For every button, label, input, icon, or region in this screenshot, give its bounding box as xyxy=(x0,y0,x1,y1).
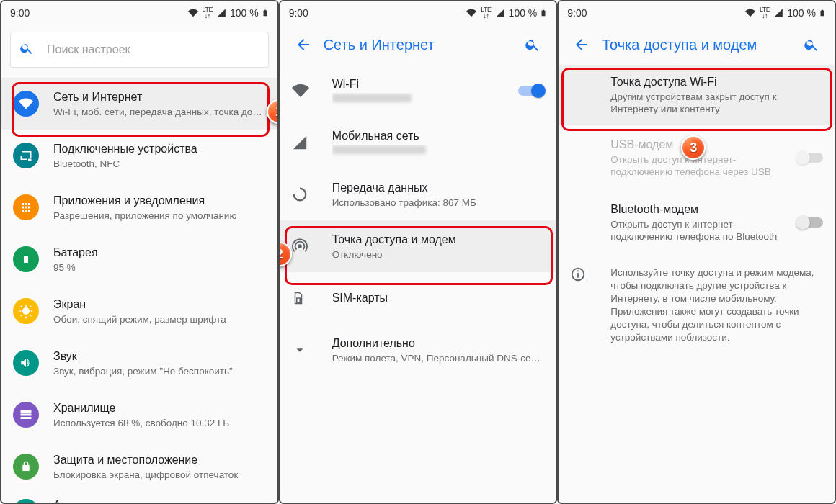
item-subtitle xyxy=(332,93,513,105)
bluetooth-switch[interactable] xyxy=(797,217,823,228)
item-subtitle: Обои, спящий режим, размер шрифта xyxy=(53,313,266,325)
info-text: Используйте точку доступа и режим модема… xyxy=(559,255,835,353)
item-wifi-hotspot[interactable]: Точка доступа Wi-Fi Другим устройствам з… xyxy=(559,65,835,125)
status-time: 9:00 xyxy=(289,7,466,19)
item-advanced[interactable]: Дополнительно Режим полета, VPN, Персона… xyxy=(280,324,556,376)
page-title: Точка доступа и модем xyxy=(599,37,794,53)
screenshot-settings-main: 9:00 LTE↓↑ 100 % Поиск настроек Сеть и И… xyxy=(0,0,279,504)
info-icon xyxy=(570,266,610,344)
status-bar: 9:00 LTE↓↑ 100 % xyxy=(559,1,835,24)
item-title: Батарея xyxy=(53,246,266,260)
usb-switch xyxy=(797,153,823,163)
item-subtitle: Разрешения, приложения по умолчанию xyxy=(53,210,266,222)
battery-icon xyxy=(13,246,39,272)
item-subtitle: Звук, вибрация, режим "Не беспокоить" xyxy=(53,365,266,377)
item-accounts[interactable]: Аккаунты xyxy=(1,492,277,504)
sim-icon xyxy=(292,290,332,306)
wifi-icon xyxy=(744,8,757,18)
item-battery[interactable]: Батарея 95 % xyxy=(1,233,277,285)
item-sim-cards[interactable]: SIM-карты xyxy=(280,272,556,324)
item-bluetooth-tethering[interactable]: Bluetooth-модем Открыть доступ к интерне… xyxy=(559,190,835,255)
info-body: Используйте точку доступа и режим модема… xyxy=(610,266,823,344)
item-wifi[interactable]: Wi-Fi xyxy=(280,65,556,117)
search-button[interactable] xyxy=(794,27,829,62)
item-title: Звук xyxy=(53,349,266,364)
item-subtitle: Использовано трафика: 867 МБ xyxy=(332,197,545,209)
item-title: Сеть и Интернет xyxy=(53,90,266,104)
lock-icon xyxy=(13,454,39,480)
data-usage-icon xyxy=(292,186,332,202)
screenshot-network-internet: 9:00 LTE↓↑ 100 % Сеть и Интернет Wi-Fi xyxy=(279,0,558,504)
item-sound[interactable]: Звук Звук, вибрация, режим "Не беспокоит… xyxy=(1,337,277,389)
wifi-icon xyxy=(465,8,478,18)
item-title: Дополнительно xyxy=(332,336,545,351)
item-subtitle: Используется 68 %, свободно 10,32 ГБ xyxy=(53,417,266,429)
devices-icon xyxy=(13,143,39,168)
svg-rect-2 xyxy=(577,273,579,277)
item-subtitle: Режим полета, VPN, Персональный DNS-серв… xyxy=(332,352,545,364)
item-title: Bluetooth-модем xyxy=(610,202,791,217)
svg-point-0 xyxy=(298,245,301,248)
item-title: Wi-Fi xyxy=(332,77,513,91)
item-title: Точка доступа Wi-Fi xyxy=(610,75,823,89)
item-subtitle xyxy=(332,145,545,157)
page-title: Сеть и Интернет xyxy=(321,37,516,53)
battery-text: 100 % xyxy=(230,7,259,19)
status-time: 9:00 xyxy=(567,7,744,19)
item-security-location[interactable]: Защита и местоположение Блокировка экран… xyxy=(1,441,277,492)
status-bar: 9:00 LTE↓↑ 100 % xyxy=(1,1,277,24)
lte-icon: LTE↓↑ xyxy=(481,6,491,19)
svg-rect-3 xyxy=(577,271,579,272)
item-hotspot-tethering[interactable]: Точка доступа и модем Отключено xyxy=(280,220,556,272)
item-subtitle: Отключено xyxy=(332,248,545,261)
item-subtitle: Bluetooth, NFC xyxy=(53,158,266,170)
item-subtitle: Wi-Fi, моб. сети, передача данных, точка… xyxy=(53,106,266,118)
item-title: Передача данных xyxy=(332,181,545,195)
settings-search[interactable]: Поиск настроек xyxy=(10,32,269,68)
signal-icon xyxy=(494,8,506,18)
item-display[interactable]: Экран Обои, спящий режим, размер шрифта xyxy=(1,285,277,337)
item-apps-notifications[interactable]: Приложения и уведомления Разрешения, при… xyxy=(1,181,277,233)
item-network-internet[interactable]: Сеть и Интернет Wi-Fi, моб. сети, переда… xyxy=(1,78,277,130)
signal-icon xyxy=(292,135,332,150)
item-connected-devices[interactable]: Подключенные устройства Bluetooth, NFC xyxy=(1,130,277,181)
item-title: Подключенные устройства xyxy=(53,142,266,156)
item-title: Точка доступа и модем xyxy=(332,233,545,247)
lte-icon: LTE↓↑ xyxy=(203,6,213,19)
screenshot-hotspot-tethering: 9:00 LTE↓↑ 100 % Точка доступа и модем Т… xyxy=(557,0,836,504)
back-button[interactable] xyxy=(286,27,321,62)
item-title: Защита и местоположение xyxy=(53,453,266,467)
item-storage[interactable]: Хранилище Используется 68 %, свободно 10… xyxy=(1,389,277,441)
item-subtitle: Блокировка экрана, цифровой отпечаток xyxy=(53,469,266,481)
apps-icon xyxy=(13,194,39,220)
item-title: Мобильная сеть xyxy=(332,129,545,143)
item-title: Хранилище xyxy=(53,401,266,415)
wifi-switch[interactable] xyxy=(518,86,544,96)
battery-text: 100 % xyxy=(509,7,538,19)
search-button[interactable] xyxy=(515,27,550,62)
item-mobile-network[interactable]: Мобильная сеть xyxy=(280,117,556,168)
search-icon xyxy=(19,41,34,58)
item-subtitle: 95 % xyxy=(53,261,266,274)
battery-icon xyxy=(819,7,826,19)
signal-icon xyxy=(215,8,227,18)
item-title: SIM-карты xyxy=(332,291,545,305)
search-placeholder: Поиск настроек xyxy=(47,43,130,56)
lte-icon: LTE↓↑ xyxy=(760,6,770,19)
brightness-icon xyxy=(13,298,39,324)
wifi-icon xyxy=(292,82,332,99)
back-button[interactable] xyxy=(564,27,599,62)
signal-icon xyxy=(773,8,784,18)
item-subtitle: Открыть доступ к интернет-подключению те… xyxy=(610,218,791,243)
item-title: Экран xyxy=(53,297,266,312)
storage-icon xyxy=(13,402,39,428)
status-bar: 9:00 LTE↓↑ 100 % xyxy=(280,1,556,24)
item-title: Аккаунты xyxy=(53,498,266,504)
chevron-down-icon xyxy=(292,342,332,358)
app-bar: Точка доступа и модем xyxy=(559,24,835,65)
battery-icon xyxy=(540,7,547,19)
hotspot-icon xyxy=(292,238,332,254)
battery-text: 100 % xyxy=(787,7,816,19)
wifi-icon xyxy=(187,8,200,18)
item-data-usage[interactable]: Передача данных Использовано трафика: 86… xyxy=(280,168,556,220)
